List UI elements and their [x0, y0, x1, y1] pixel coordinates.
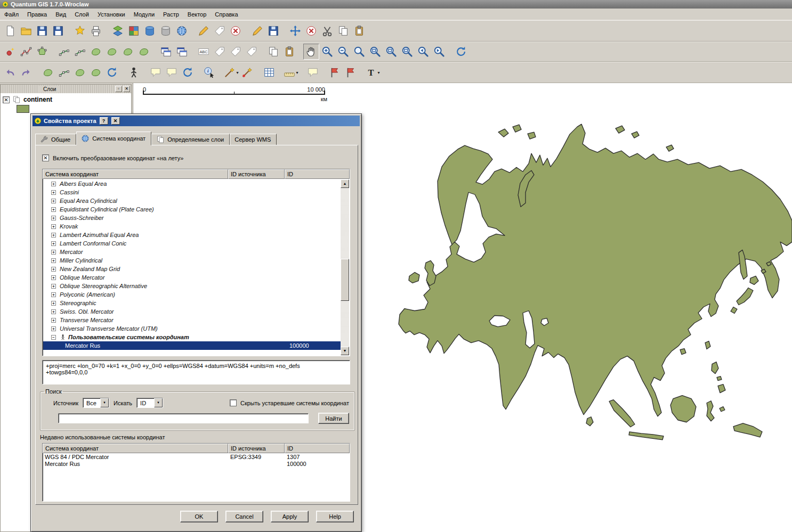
menu-item-help[interactable]: Справка	[211, 9, 242, 20]
text-annotation-tool-button[interactable]	[148, 64, 164, 80]
menu-item-edit[interactable]: Правка	[23, 9, 51, 20]
recent-header-source-id[interactable]: ID источника	[228, 444, 285, 453]
attribute-table-button[interactable]	[261, 64, 277, 80]
scroll-down-arrow[interactable]: ▼	[341, 347, 349, 355]
capture-point-button[interactable]	[2, 44, 18, 60]
move-label-button[interactable]	[212, 44, 228, 60]
crs-tree-item[interactable]: +Krovak	[43, 222, 341, 231]
zoom-next-button[interactable]	[431, 44, 447, 60]
dropdown-arrow-icon[interactable]: ▼	[100, 398, 109, 407]
crs-tree-item[interactable]: +Oblique Stereographic Alternative	[43, 282, 341, 290]
expand-plus-icon[interactable]: +	[51, 224, 56, 229]
crs-tree-item[interactable]: +New Zealand Map Grid	[43, 265, 341, 273]
zoom-out-button[interactable]	[335, 44, 351, 60]
crs-selected-row[interactable]: Mercator Rus100000	[43, 341, 341, 350]
reload-button[interactable]	[180, 64, 196, 80]
simplify-feature-button[interactable]	[72, 44, 88, 60]
expand-plus-icon[interactable]: +	[51, 301, 56, 306]
form-annotation-button[interactable]	[164, 64, 180, 80]
dialog-close-button[interactable]: ✕	[111, 117, 120, 125]
menu-item-view[interactable]: Вид	[51, 9, 70, 20]
layer-item-continent[interactable]: ✕ continent	[1, 93, 131, 105]
crs-tree-item[interactable]: +Mercator	[43, 248, 341, 256]
merge-features-button[interactable]	[72, 64, 88, 80]
dropdown-caret[interactable]: ▾	[296, 70, 298, 75]
tab-identifiable-layers[interactable]: Определяемые слои	[151, 134, 230, 145]
expand-plus-icon[interactable]: +	[51, 258, 56, 263]
crs-tree-item[interactable]: +Cassini	[43, 188, 341, 197]
new-print-composer-button[interactable]	[72, 23, 88, 39]
recent-row[interactable]: Mercator Rus100000	[43, 460, 350, 467]
expand-plus-icon[interactable]: +	[51, 207, 56, 212]
add-part-button[interactable]	[104, 44, 120, 60]
panel-close-button[interactable]: ✕	[123, 86, 130, 92]
dialog-help-button[interactable]: ?	[100, 117, 108, 125]
recent-header-name[interactable]: Система координат	[43, 444, 228, 453]
crs-header-name[interactable]: Система координат	[43, 169, 228, 179]
search-input[interactable]	[58, 413, 309, 423]
crs-tree-item[interactable]: +Universal Transverse Mercator (UTM)	[43, 324, 341, 333]
crs-tree-item[interactable]: +Lambert Azimuthal Equal Area	[43, 231, 341, 239]
save-edits-button[interactable]	[265, 23, 281, 39]
ok-button[interactable]: OK	[180, 511, 218, 522]
crs-scrollbar[interactable]: ▲ ▼	[341, 179, 349, 355]
rotate-point-symbols-button[interactable]	[104, 64, 120, 80]
capture-line-button[interactable]	[18, 44, 34, 60]
measure-button[interactable]: ▾	[283, 64, 299, 80]
map-window-2-button[interactable]	[174, 44, 190, 60]
crs-tree-item[interactable]: +Miller Cylindrical	[43, 256, 341, 265]
open-project-button[interactable]	[18, 23, 34, 39]
crs-tree-item[interactable]: +Polyconic (American)	[43, 290, 341, 299]
deselect-all-button[interactable]	[239, 64, 255, 80]
window-titlebar[interactable]: Quantum GIS 1.7.0-Wroclaw	[0, 0, 792, 9]
recent-header-id[interactable]: ID	[285, 444, 350, 453]
crs-tree-item[interactable]: +Lambert Conformal Conic	[43, 239, 341, 248]
crs-tree-item[interactable]: +Transverse Mercator	[43, 316, 341, 324]
expand-plus-icon[interactable]: +	[51, 275, 56, 280]
composer-manager-button[interactable]	[88, 23, 104, 39]
tab-general[interactable]: Общие	[35, 134, 76, 145]
help-button[interactable]: Help	[316, 511, 354, 522]
menu-item-layer[interactable]: Слой	[70, 9, 93, 20]
crs-header-id[interactable]: ID	[285, 169, 350, 179]
dropdown-caret[interactable]: ▾	[377, 70, 379, 75]
expand-plus-icon[interactable]: +	[51, 216, 56, 220]
menu-item-plugins[interactable]: Модули	[130, 9, 159, 20]
offset-curve-button[interactable]	[56, 64, 72, 80]
proj-string-box[interactable]: +proj=merc +lon_0=70 +k=1 +x_0=0 +y_0=0 …	[42, 360, 350, 384]
new-shapefile-layer-button[interactable]	[196, 23, 212, 39]
expand-plus-icon[interactable]: +	[51, 326, 56, 331]
crs-tree-item[interactable]: +Oblique Mercator	[43, 273, 341, 282]
new-bookmark-button[interactable]	[327, 64, 343, 80]
menu-item-raster[interactable]: Растр	[159, 9, 183, 20]
dropdown-arrow-icon[interactable]: ▼	[154, 398, 163, 407]
select-features-button[interactable]: ▾	[223, 64, 239, 80]
refresh-map-button[interactable]	[453, 44, 469, 60]
add-wms-layer-button[interactable]	[174, 23, 190, 39]
crs-tree-item[interactable]: +Gauss-Schreiber	[43, 214, 341, 222]
add-spatialite-layer-button[interactable]	[158, 23, 174, 39]
crs-tree-item[interactable]: +Equidistant Cylindrical (Plate Caree)	[43, 205, 341, 214]
merge-attributes-button[interactable]	[88, 64, 104, 80]
panel-float-button[interactable]: ▫	[115, 86, 122, 92]
expand-plus-icon[interactable]: +	[51, 233, 56, 238]
capture-polygon-button[interactable]	[34, 44, 50, 60]
otf-transform-checkbox[interactable]: ✕ Включить преобразование координат «на …	[42, 154, 183, 161]
expand-plus-icon[interactable]: +	[51, 190, 56, 195]
expand-plus-icon[interactable]: +	[51, 241, 56, 246]
move-feature-button[interactable]	[287, 23, 303, 39]
zoom-native-button[interactable]	[351, 44, 367, 60]
add-vector-layer-button[interactable]	[110, 23, 126, 39]
find-button[interactable]: Найти	[318, 413, 349, 424]
map-tips-button[interactable]	[305, 64, 321, 80]
crs-tree-item[interactable]: +Equal Area Cylindrical	[43, 197, 341, 205]
save-project-as-button[interactable]	[50, 23, 66, 39]
expand-plus-icon[interactable]: +	[51, 199, 56, 203]
map-window-button[interactable]	[158, 44, 174, 60]
delete-ring-button[interactable]	[120, 44, 136, 60]
source-combo[interactable]: Все ▼	[83, 398, 109, 408]
expand-plus-icon[interactable]: +	[51, 309, 56, 314]
delete-part-button[interactable]	[136, 44, 152, 60]
remove-layer-button[interactable]	[228, 23, 244, 39]
layer-symbology-swatch[interactable]	[17, 105, 29, 113]
